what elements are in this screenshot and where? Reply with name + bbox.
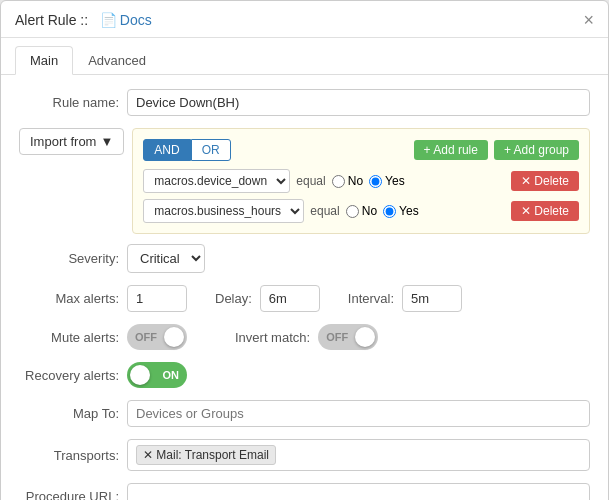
rules-outer-row: Import from ▼ AND OR + Add rule + Add gr… [19, 128, 590, 234]
rule-2-macro-select[interactable]: macros.business_hours [143, 199, 304, 223]
rule-2-yes-radio[interactable] [383, 205, 396, 218]
severity-label: Severity: [19, 251, 119, 266]
rule-1-radio-group: No Yes [332, 174, 405, 188]
severity-row: Severity: Critical [19, 244, 590, 273]
modal-body: Rule name: Import from ▼ AND OR + Add ru… [1, 75, 608, 500]
rule-2-no-radio[interactable] [346, 205, 359, 218]
transport-tag-0[interactable]: ✕ Mail: Transport Email [136, 445, 276, 465]
rule-top-bar: AND OR + Add rule + Add group [143, 139, 579, 161]
recovery-toggle[interactable]: ON [127, 362, 187, 388]
book-icon: 📄 [100, 12, 117, 28]
mute-toggle-text: OFF [135, 331, 157, 343]
delay-label: Delay: [215, 291, 252, 306]
add-rule-button[interactable]: + Add rule [414, 140, 488, 160]
rule-2-operator: equal [310, 204, 339, 218]
tabs-bar: Main Advanced [1, 38, 608, 75]
tab-advanced[interactable]: Advanced [73, 46, 161, 75]
rule-name-input[interactable] [127, 89, 590, 116]
rule-2-delete-button[interactable]: ✕ Delete [511, 201, 579, 221]
interval-label: Interval: [348, 291, 394, 306]
transports-area[interactable]: ✕ Mail: Transport Email [127, 439, 590, 471]
rule-1-yes-label[interactable]: Yes [369, 174, 405, 188]
rule-1-macro-select[interactable]: macros.device_down [143, 169, 290, 193]
rule-1-operator: equal [296, 174, 325, 188]
add-group-button[interactable]: + Add group [494, 140, 579, 160]
transports-row: Transports: ✕ Mail: Transport Email [19, 439, 590, 471]
docs-link[interactable]: 📄 Docs [100, 12, 152, 28]
mute-toggle[interactable]: OFF [127, 324, 187, 350]
modal-title: Alert Rule :: 📄 Docs [15, 12, 152, 28]
modal-header: Alert Rule :: 📄 Docs × [1, 1, 608, 38]
rule-1-no-label[interactable]: No [332, 174, 363, 188]
delay-input[interactable] [260, 285, 320, 312]
chevron-down-icon: ▼ [100, 134, 113, 149]
transport-tag-label-0: ✕ Mail: Transport Email [143, 448, 269, 462]
recovery-label: Recovery alerts: [19, 368, 119, 383]
mute-toggle-knob [164, 327, 184, 347]
tab-main[interactable]: Main [15, 46, 73, 75]
map-to-row: Map To: [19, 400, 590, 427]
mute-invert-row: Mute alerts: OFF Invert match: OFF [19, 324, 590, 350]
map-to-label: Map To: [19, 406, 119, 421]
interval-input[interactable] [402, 285, 462, 312]
max-alerts-input[interactable] [127, 285, 187, 312]
invert-toggle-text: OFF [326, 331, 348, 343]
rule-1-delete-button[interactable]: ✕ Delete [511, 171, 579, 191]
invert-toggle[interactable]: OFF [318, 324, 378, 350]
recovery-toggle-knob [130, 365, 150, 385]
invert-toggle-knob [355, 327, 375, 347]
rule-line-1: macros.device_down equal No Yes ✕ Del [143, 169, 579, 193]
invert-match-label: Invert match: [235, 330, 310, 345]
mute-alerts-label: Mute alerts: [19, 330, 119, 345]
alerts-delay-interval-row: Max alerts: Delay: Interval: [19, 285, 590, 312]
rule-container: AND OR + Add rule + Add group macros.dev… [132, 128, 590, 234]
and-or-toggle: AND OR [143, 139, 230, 161]
procedure-url-input[interactable] [127, 483, 590, 500]
rule-1-yes-radio[interactable] [369, 175, 382, 188]
or-button[interactable]: OR [191, 139, 231, 161]
close-button[interactable]: × [583, 11, 594, 29]
severity-select[interactable]: Critical [127, 244, 205, 273]
and-button[interactable]: AND [143, 139, 190, 161]
transports-label: Transports: [19, 448, 119, 463]
recovery-toggle-text: ON [163, 369, 180, 381]
rule-1-no-radio[interactable] [332, 175, 345, 188]
map-to-input[interactable] [127, 400, 590, 427]
rule-name-row: Rule name: [19, 89, 590, 116]
rule-2-no-label[interactable]: No [346, 204, 377, 218]
rule-name-label: Rule name: [19, 95, 119, 110]
rule-2-radio-group: No Yes [346, 204, 419, 218]
max-alerts-label: Max alerts: [19, 291, 119, 306]
rule-actions: + Add rule + Add group [414, 140, 579, 160]
alert-rule-modal: Alert Rule :: 📄 Docs × Main Advanced Rul… [0, 0, 609, 500]
rule-2-yes-label[interactable]: Yes [383, 204, 419, 218]
docs-link-text: Docs [120, 12, 152, 28]
rule-line-2: macros.business_hours equal No Yes ✕ [143, 199, 579, 223]
modal-title-text: Alert Rule :: [15, 12, 88, 28]
procedure-url-label: Procedure URL: [19, 489, 119, 500]
import-from-button[interactable]: Import from ▼ [19, 128, 124, 155]
procedure-url-row: Procedure URL: [19, 483, 590, 500]
recovery-row: Recovery alerts: ON [19, 362, 590, 388]
import-from-label: Import from [30, 134, 96, 149]
